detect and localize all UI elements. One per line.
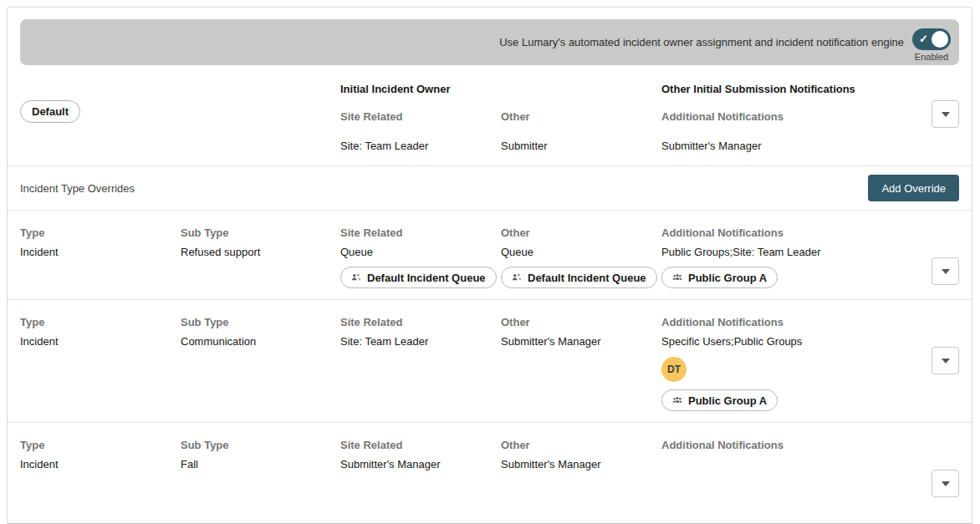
sub-type-label: Sub Type (181, 439, 229, 452)
other-cell: Other Submitter's Manager (501, 316, 661, 411)
row-actions-cell (931, 226, 959, 288)
default-row-dropdown-button[interactable] (932, 100, 959, 128)
row-dropdown-button[interactable] (932, 470, 959, 497)
sub-type-cell: Sub Type Communication (181, 316, 340, 411)
type-cell: Type Incident (20, 316, 181, 411)
default-actions-cell (931, 83, 959, 153)
sub-type-cell: Sub Type Refused support (181, 226, 340, 288)
automation-toggle[interactable]: ✓ (912, 28, 951, 50)
site-related-label: Site Related (340, 316, 402, 329)
row-actions-cell (931, 316, 959, 411)
other-label: Other (501, 110, 530, 124)
queue-icon (512, 272, 522, 282)
sub-type-value: Fall (181, 458, 198, 471)
site-related-value: Site: Team Leader (340, 140, 428, 153)
row-dropdown-button[interactable] (932, 347, 959, 374)
toggle-state-label: Enabled (915, 52, 948, 62)
type-value: Incident (20, 246, 59, 259)
automation-banner-text: Use Lumary's automated incident owner as… (499, 36, 904, 48)
check-icon: ✓ (919, 32, 928, 47)
type-label: Type (20, 316, 44, 329)
other-label: Other (501, 316, 530, 329)
queue-pill-label: Default Incident Queue (367, 272, 486, 284)
type-label: Type (20, 439, 44, 452)
site-related-value: Queue (340, 246, 373, 259)
initial-incident-owner-header: Initial Incident Owner (340, 83, 450, 96)
row-dropdown-button[interactable] (932, 257, 959, 285)
settings-card: Use Lumary's automated incident owner as… (7, 7, 972, 524)
additional-notifications-label: Additional Notifications (661, 110, 783, 124)
queue-pill-label: Default Incident Queue (528, 272, 646, 284)
type-cell: Type Incident (20, 226, 181, 288)
site-related-value: Submitter's Manager (340, 458, 441, 471)
default-site-related-cell: Initial Incident Owner Site Related Site… (340, 83, 501, 153)
chevron-down-icon (942, 112, 950, 117)
site-related-cell: Site Related Site: Team Leader (340, 316, 501, 411)
additional-notifications-value: Submitter's Manager (661, 140, 762, 153)
spacer-cell (181, 83, 340, 153)
other-label: Other (501, 226, 530, 240)
other-value: Queue (501, 246, 533, 259)
queue-pill[interactable]: Default Incident Queue (340, 267, 497, 288)
overrides-title-bar: Incident Type Overrides Add Override (8, 166, 972, 211)
public-group-pill-label: Public Group A (688, 272, 767, 284)
public-group-pill-label: Public Group A (688, 394, 767, 407)
type-value: Incident (20, 335, 59, 348)
other-cell: Other Queue Default Incident Queue (501, 226, 661, 288)
chevron-down-icon (942, 481, 950, 486)
override-row: Type Incident Sub Type Refused support S… (8, 211, 972, 300)
add-override-button[interactable]: Add Override (868, 175, 959, 201)
site-related-label: Site Related (340, 439, 402, 452)
queue-pill[interactable]: Default Incident Queue (501, 267, 657, 288)
other-value: Submitter's Manager (501, 458, 601, 471)
additional-cell: Additional Notifications (661, 439, 931, 497)
user-avatar[interactable]: DT (661, 357, 687, 382)
default-additional-cell: Other Initial Submission Notifications A… (661, 83, 931, 153)
type-label: Type (20, 226, 44, 240)
type-value: Incident (20, 458, 59, 471)
site-related-cell: Site Related Submitter's Manager (340, 439, 501, 497)
sub-type-label: Sub Type (181, 316, 229, 329)
site-related-label: Site Related (340, 226, 402, 240)
additional-notifications-value: Public Groups;Site: Team Leader (661, 246, 821, 259)
group-icon (672, 272, 682, 282)
additional-notifications-label: Additional Notifications (661, 226, 783, 240)
group-header-spacer (501, 83, 504, 96)
type-cell: Type Incident (20, 439, 181, 497)
default-other-cell: Other Submitter (501, 83, 661, 153)
site-related-value: Site: Team Leader (340, 335, 428, 348)
default-assignment-section: Default Initial Incident Owner Site Rela… (8, 65, 972, 166)
other-submission-notifications-header: Other Initial Submission Notifications (661, 83, 855, 96)
group-icon (672, 395, 682, 405)
sub-type-value: Refused support (181, 246, 260, 259)
public-group-pill[interactable]: Public Group A (661, 267, 778, 288)
overrides-title: Incident Type Overrides (20, 182, 135, 195)
additional-notifications-label: Additional Notifications (661, 439, 783, 452)
sub-type-cell: Sub Type Fall (181, 439, 340, 497)
override-row: Type Incident Sub Type Communication Sit… (8, 300, 972, 423)
other-cell: Other Submitter's Manager (501, 439, 661, 497)
default-badge-cell: Default (20, 83, 181, 153)
additional-notifications-value: Specific Users;Public Groups (661, 335, 802, 348)
other-value: Submitter's Manager (501, 335, 601, 348)
other-value: Submitter (501, 140, 548, 153)
chevron-down-icon (942, 359, 950, 364)
additional-notifications-label: Additional Notifications (661, 316, 783, 329)
site-related-label: Site Related (340, 110, 402, 124)
site-related-cell: Site Related Queue Default Incident Queu… (340, 226, 501, 288)
toggle-knob (932, 31, 948, 48)
automation-banner: Use Lumary's automated incident owner as… (20, 19, 959, 65)
row-actions-cell (931, 439, 959, 497)
additional-cell: Additional Notifications Specific Users;… (661, 316, 931, 411)
override-row: Type Incident Sub Type Fall Site Related… (8, 423, 972, 524)
sub-type-value: Communication (181, 335, 256, 348)
automation-toggle-wrap: ✓ Enabled (912, 28, 951, 62)
default-badge: Default (20, 100, 80, 123)
sub-type-label: Sub Type (181, 226, 229, 240)
additional-cell: Additional Notifications Public Groups;S… (661, 226, 931, 288)
other-label: Other (501, 439, 530, 452)
queue-icon (351, 272, 361, 282)
public-group-pill[interactable]: Public Group A (661, 389, 778, 411)
chevron-down-icon (942, 269, 950, 274)
